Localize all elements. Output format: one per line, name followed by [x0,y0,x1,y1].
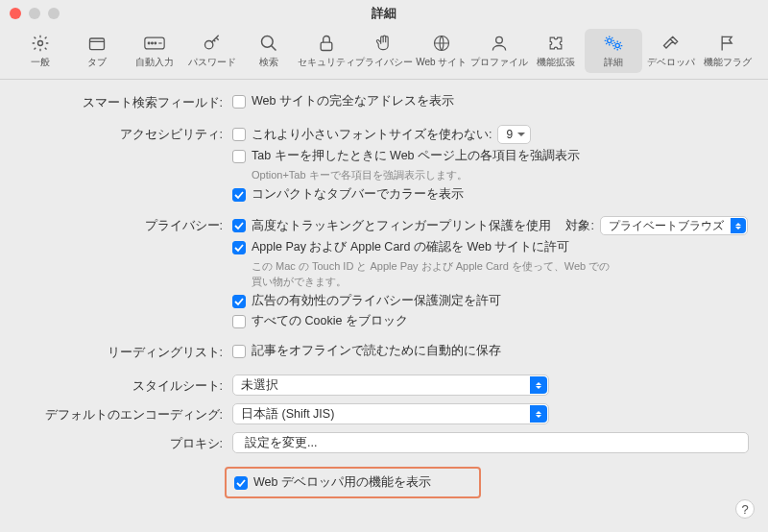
advanced-icon [603,33,624,54]
toolbar-developer[interactable]: デベロッパ [642,29,700,73]
toolbar-label: 自動入力 [135,56,174,69]
toolbar-websites[interactable]: Web サイト [413,29,470,73]
checkbox-developer-features[interactable] [234,476,248,490]
label-encoding: デフォルトのエンコーディング: [19,403,232,423]
text-compact-color: コンパクトなタブバーでカラーを表示 [252,186,464,203]
svg-point-7 [262,36,274,48]
checkbox-min-font[interactable] [232,128,246,141]
minimize-window-button[interactable] [29,8,40,19]
content: スマート検索フィールド: Web サイトの完全なアドレスを表示 アクセシビリティ… [0,80,768,508]
svg-point-0 [37,41,42,46]
svg-rect-1 [90,38,105,50]
svg-point-3 [148,42,150,44]
tabs-icon [86,33,108,54]
toolbar-label: プロファイル [470,56,528,69]
svg-point-5 [155,42,156,44]
label-smart-search: スマート検索フィールド: [19,93,232,111]
label-proxy: プロキシ: [19,432,232,452]
flags-icon [717,33,738,54]
toolbar-label: 機能フラグ [704,56,752,69]
text-min-font: これより小さいフォントサイズを使わない: [252,127,492,143]
toolbar-label: Web サイト [416,56,467,69]
toolbar-advanced[interactable]: 詳細 [585,29,642,73]
svg-rect-8 [321,42,332,50]
label-privacy: プライバシー: [19,216,232,234]
select-encoding[interactable]: 日本語 (Shift JIS) [232,403,549,424]
general-icon [30,33,51,54]
text-block-cookies: すべての Cookie をブロック [252,313,408,329]
titlebar: 詳細 [0,0,768,27]
label-accessibility: アクセシビリティ: [19,125,232,143]
svg-point-10 [495,36,502,43]
toolbar-search[interactable]: 検索 [240,29,298,73]
checkbox-tracking[interactable] [232,219,246,232]
checkbox-compact-color[interactable] [232,188,246,202]
svg-point-12 [615,43,619,47]
toolbar-extensions[interactable]: 機能拡張 [528,29,586,73]
text-full-address: Web サイトの完全なアドレスを表示 [252,93,454,109]
autofill-icon [144,33,165,54]
checkbox-ad-measure[interactable] [232,295,246,308]
hint-tab-highlight: Option+Tab キーで各項目を強調表示します。 [252,168,749,182]
help-button[interactable]: ? [735,499,755,519]
toolbar-profiles[interactable]: プロファイル [470,29,528,73]
toolbar-flags[interactable]: 機能フラグ [699,29,756,73]
button-proxy-settings[interactable]: 設定を変更... [232,432,749,453]
search-icon [258,33,279,54]
text-ad-measure: 広告の有効性のプライバシー保護測定を許可 [252,293,501,309]
toolbar-tabs[interactable]: タブ [69,29,127,73]
profiles-icon [489,33,510,54]
text-tracking: 高度なトラッキングとフィンガープリント保護を使用 [252,218,551,234]
svg-point-11 [608,38,612,42]
select-stylesheet[interactable]: 未選択 [232,375,549,396]
toolbar-security[interactable]: セキュリティ [298,29,355,73]
label-reading-list: リーディングリスト: [19,343,232,361]
toolbar-label: デベロッパ [647,56,695,69]
security-icon [316,33,337,54]
svg-point-4 [152,42,154,44]
text-apple-pay: Apple Pay および Apple Card の確認を Web サイトに許可 [252,239,569,255]
label-stylesheet: スタイルシート: [19,375,232,395]
checkbox-offline-save[interactable] [232,345,246,358]
developer-icon [660,33,682,54]
text-developer-features: Web デベロッパ用の機能を表示 [253,474,431,491]
developer-highlight: Web デベロッパ用の機能を表示 [225,467,481,498]
privacy-icon [373,33,395,54]
toolbar-privacy[interactable]: プライバシー [355,29,413,73]
select-tracking-target[interactable]: プライベートブラウズ [600,216,748,235]
close-window-button[interactable] [10,8,21,19]
toolbar-label: 検索 [259,56,278,69]
toolbar: 一般タブ自動入力パスワード検索セキュリティプライバシーWeb サイトプロファイル… [0,27,768,80]
text-tab-highlight: Tab キーを押したときに Web ページ上の各項目を強調表示 [252,148,580,164]
toolbar-label: 一般 [31,56,50,69]
toolbar-autofill[interactable]: 自動入力 [126,29,183,73]
toolbar-label: パスワード [188,56,236,69]
toolbar-label: 詳細 [604,56,623,69]
checkbox-full-address[interactable] [232,95,246,109]
toolbar-passwords[interactable]: パスワード [183,29,241,73]
checkbox-tab-highlight[interactable] [232,150,246,163]
toolbar-label: プライバシー [355,56,413,69]
websites-icon [431,33,452,54]
text-offline-save: 記事をオフラインで読むために自動的に保存 [252,343,501,359]
window-title: 詳細 [372,5,396,22]
checkbox-apple-pay[interactable] [232,241,246,254]
extensions-icon [545,33,566,54]
toolbar-label: タブ [87,56,107,69]
toolbar-label: 機能拡張 [537,56,575,69]
label-target: 対象: [565,218,593,234]
toolbar-label: セキュリティ [298,56,355,69]
toolbar-general[interactable]: 一般 [12,29,69,73]
passwords-icon [202,33,223,54]
checkbox-block-cookies[interactable] [232,315,246,328]
zoom-window-button[interactable] [48,8,60,19]
hint-apple-pay: この Mac の Touch ID と Apple Pay および Apple … [252,259,616,289]
select-min-font-size[interactable]: 9 [497,125,531,144]
window-controls [10,8,60,19]
